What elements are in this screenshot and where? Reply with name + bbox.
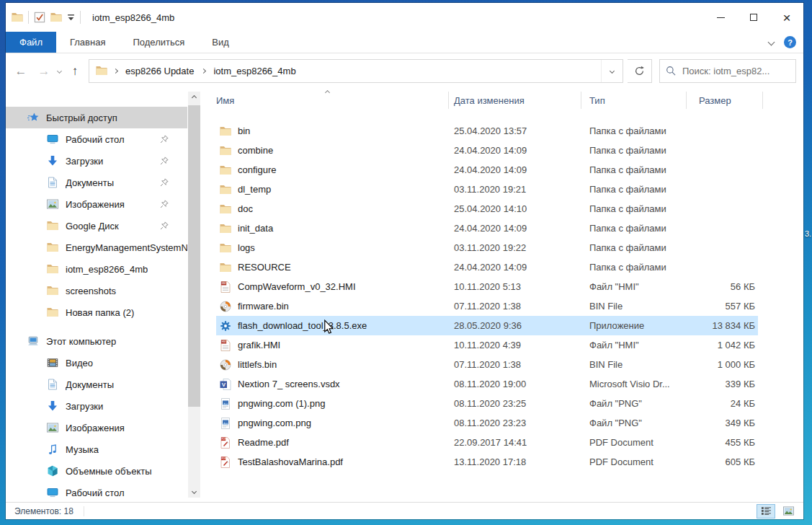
sidebar-item[interactable]: Загрузки: [6, 150, 187, 172]
scroll-up-button[interactable]: [188, 92, 200, 104]
column-header-type[interactable]: Тип: [589, 88, 605, 112]
sidebar-item[interactable]: Google Диск: [6, 215, 187, 237]
breadcrumb-item[interactable]: esp8266 Update: [124, 66, 195, 76]
tab-file[interactable]: Файл: [6, 32, 56, 53]
download-arrow-icon: [47, 155, 58, 167]
tab-view[interactable]: Вид: [198, 32, 243, 53]
file-row[interactable]: pngwing.com (1).png08.11.2020 23:25Файл …: [216, 394, 758, 413]
breadcrumb-item[interactable]: iotm_esp8266_4mb: [212, 66, 297, 76]
sidebar-item-label: EnergyManagementSystemN: [66, 242, 187, 253]
file-row[interactable]: firmware.bin07.11.2020 1:38BIN File557 К…: [216, 296, 758, 316]
sidebar-item[interactable]: Музыка: [6, 438, 187, 460]
folder-icon: [220, 262, 231, 273]
file-type: BIN File: [589, 301, 686, 312]
file-row[interactable]: bin25.04.2020 13:57Папка с файлами: [216, 121, 758, 141]
scrollbar-thumb[interactable]: [188, 105, 200, 407]
file-row[interactable]: doc25.04.2020 14:10Папка с файлами: [216, 199, 758, 219]
svg-text:HMI: HMI: [222, 340, 226, 343]
sidebar-item[interactable]: Изображения: [6, 193, 187, 215]
search-input[interactable]: [682, 66, 790, 76]
bin-disc-icon: [220, 301, 231, 312]
sidebar-item[interactable]: Объемные объекты: [6, 460, 187, 482]
new-folder-icon[interactable]: [50, 12, 62, 23]
qat-customize-icon[interactable]: [67, 14, 75, 22]
file-row[interactable]: PDFReadme.pdf22.09.2017 14:41PDF Documen…: [216, 433, 758, 452]
column-header-name[interactable]: Имя: [216, 88, 234, 112]
address-row: ← → ↑ esp8266 Update iotm_esp8266_4mb: [6, 53, 803, 88]
file-row[interactable]: configure24.04.2020 14:09Папка с файлами: [216, 160, 758, 180]
pdf-file-icon: PDF: [220, 456, 231, 468]
file-type: Файл "PNG": [589, 418, 686, 428]
file-type: Папка с файлами: [589, 203, 686, 214]
file-name-cell: bin: [216, 125, 454, 137]
maximize-button[interactable]: [737, 3, 770, 32]
sidebar-item[interactable]: screenshots: [6, 280, 187, 301]
file-size: 557 КБ: [686, 301, 755, 312]
column-divider[interactable]: [762, 92, 763, 109]
file-row[interactable]: VNextion 7_ screens.vsdx08.11.2020 19:00…: [216, 374, 758, 394]
sidebar-item[interactable]: Рабочий стол: [6, 128, 187, 150]
address-dropdown-button[interactable]: [601, 60, 623, 82]
file-size: 56 КБ: [686, 281, 755, 292]
column-divider[interactable]: [686, 92, 687, 109]
close-button[interactable]: ×: [770, 3, 803, 32]
file-row[interactable]: HMIgrafik.HMI10.11.2020 4:39Файл "HMI"1 …: [216, 335, 758, 355]
back-button[interactable]: ←: [12, 65, 30, 77]
file-type: BIN File: [589, 359, 686, 370]
file-row[interactable]: init_data24.04.2020 14:09Папка с файлами: [216, 219, 758, 238]
sidebar-item[interactable]: EnergyManagementSystemN: [6, 237, 187, 258]
details-view-button[interactable]: [757, 504, 775, 519]
sidebar-item[interactable]: Рабочий стол: [6, 482, 187, 503]
sidebar-item-label: Загрузки: [66, 401, 103, 412]
chevron-down-icon: [192, 489, 197, 494]
divider: [28, 11, 29, 24]
thumbnails-view-button[interactable]: [779, 504, 798, 519]
ribbon-collapse-icon[interactable]: [768, 39, 775, 46]
file-size: 24 КБ: [686, 398, 755, 409]
up-button[interactable]: ↑: [66, 65, 84, 77]
file-row[interactable]: flash_download_tool_3.8.5.exe28.05.2020 …: [216, 316, 758, 335]
sidebar-item[interactable]: Этот компьютер: [6, 330, 187, 352]
file-row[interactable]: logs03.11.2020 19:22Папка с файлами: [216, 238, 758, 257]
sidebar-scrollbar[interactable]: [188, 92, 200, 498]
sidebar-item-label: Видео: [66, 358, 93, 369]
desktop-icon-label-fragment: 3.: [805, 229, 811, 238]
forward-button[interactable]: →: [35, 65, 53, 77]
sidebar-item[interactable]: Документы: [6, 374, 187, 395]
help-icon[interactable]: ?: [784, 36, 796, 48]
file-size: 1 042 КБ: [686, 340, 755, 350]
file-rows: bin25.04.2020 13:57Папка с файламиcombin…: [202, 121, 803, 472]
sidebar-item[interactable]: Документы: [6, 172, 187, 193]
scroll-down-button[interactable]: [188, 485, 200, 498]
recent-locations-icon[interactable]: [57, 68, 62, 73]
sidebar-item[interactable]: Быстрый доступ: [6, 107, 187, 128]
sidebar-item[interactable]: iotm_esp8266_4mb: [6, 258, 187, 280]
sidebar-item[interactable]: Видео: [6, 352, 187, 374]
file-date: 22.09.2017 14:41: [454, 437, 589, 448]
sidebar-item[interactable]: Изображения: [6, 417, 187, 438]
file-row[interactable]: HMICompWaveform_v0_32.HMI10.11.2020 5:13…: [216, 277, 758, 296]
address-bar[interactable]: esp8266 Update iotm_esp8266_4mb: [89, 59, 623, 83]
refresh-icon: [634, 66, 645, 76]
file-row[interactable]: RESOURCE24.04.2020 14:09Папка с файлами: [216, 257, 758, 277]
tab-share[interactable]: Поделиться: [119, 32, 198, 53]
refresh-button[interactable]: [628, 59, 652, 83]
column-divider[interactable]: [581, 92, 581, 109]
file-type: Файл "PNG": [589, 398, 686, 409]
file-row[interactable]: combine24.04.2020 14:09Папка с файлами: [216, 141, 758, 160]
minimize-button[interactable]: [704, 3, 737, 32]
column-header-size[interactable]: Размер: [699, 88, 731, 112]
sidebar-item[interactable]: Новая папка (2): [6, 301, 187, 323]
file-row[interactable]: pngwing.com.png08.11.2020 23:23Файл "PNG…: [216, 413, 758, 433]
properties-checkbox-icon[interactable]: [34, 12, 45, 23]
file-row[interactable]: littlefs.bin07.11.2020 1:38BIN File1 000…: [216, 355, 758, 374]
sidebar-item[interactable]: Загрузки: [6, 395, 187, 417]
file-type: Папка с файлами: [589, 164, 686, 175]
tab-home[interactable]: Главная: [56, 32, 119, 53]
column-header-date[interactable]: Дата изменения: [454, 88, 525, 112]
file-name: Nextion 7_ screens.vsdx: [238, 379, 340, 389]
file-row[interactable]: dl_temp03.11.2020 19:21Папка с файлами: [216, 180, 758, 199]
column-divider[interactable]: [448, 92, 449, 109]
file-row[interactable]: PDFTestBalashovaMarina.pdf13.11.2020 17:…: [216, 452, 758, 472]
pictures-icon: [47, 422, 58, 433]
